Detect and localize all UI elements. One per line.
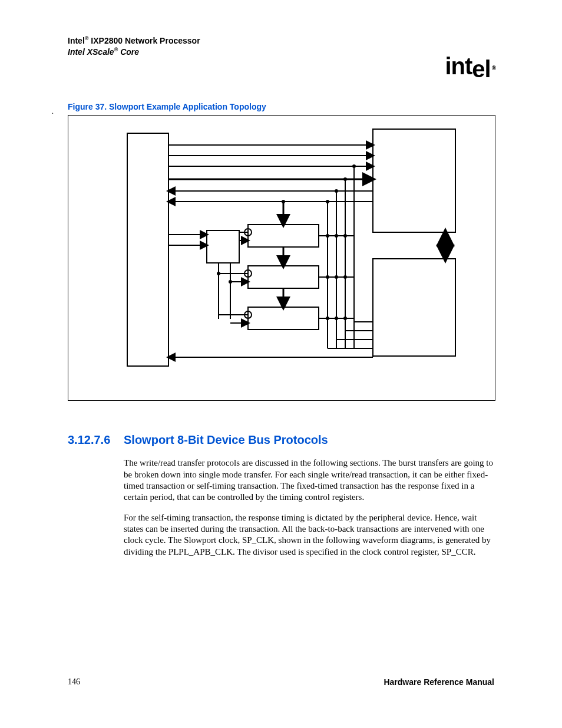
figure-frame xyxy=(68,115,495,401)
logo-part2: el xyxy=(472,56,490,82)
svg-point-47 xyxy=(326,317,329,320)
section-number: 3.12.7.6 xyxy=(68,433,124,447)
svg-rect-1 xyxy=(127,133,168,366)
paragraph-1: The write/read transfer protocols are di… xyxy=(124,457,494,503)
page-footer: 146 Hardware Reference Manual xyxy=(68,677,494,687)
svg-point-48 xyxy=(335,317,338,320)
svg-point-34 xyxy=(326,200,329,203)
intel-logo: intel® xyxy=(445,53,494,80)
logo-part1: int xyxy=(445,53,472,79)
section-heading: 3.12.7.6 Slowport 8-Bit Device Bus Proto… xyxy=(68,433,494,447)
svg-point-46 xyxy=(343,275,347,279)
page-number: 146 xyxy=(68,677,80,687)
paragraph-2: For the self-timing transaction, the res… xyxy=(124,512,494,558)
footer-title: Hardware Reference Manual xyxy=(384,677,494,687)
svg-point-45 xyxy=(335,275,338,279)
header-subtitle: Intel XScale® Core xyxy=(68,47,494,57)
svg-point-49 xyxy=(343,317,347,320)
header-sub-prefix: Intel XScale xyxy=(68,47,114,56)
figure-caption: Figure 37. Slowport Example Application … xyxy=(68,102,494,111)
svg-point-36 xyxy=(343,177,347,181)
svg-rect-5 xyxy=(248,225,319,247)
header-sub-suffix: Core xyxy=(118,47,139,56)
topology-diagram xyxy=(68,116,495,400)
svg-point-37 xyxy=(352,164,356,168)
svg-rect-6 xyxy=(248,266,319,288)
section-title: Slowport 8-Bit Device Bus Protocols xyxy=(124,433,328,447)
header-brand: Intel xyxy=(68,36,85,45)
header-product-name: IXP2800 Network Processor xyxy=(88,36,200,45)
svg-point-44 xyxy=(326,275,329,279)
svg-rect-2 xyxy=(373,129,455,232)
svg-point-42 xyxy=(335,234,338,238)
svg-point-41 xyxy=(326,234,329,238)
svg-rect-3 xyxy=(373,259,455,356)
list-dot: . xyxy=(52,107,54,116)
logo-reg: ® xyxy=(492,65,495,71)
svg-rect-7 xyxy=(248,307,319,330)
header-product: Intel® IXP2800 Network Processor xyxy=(68,35,494,45)
svg-point-43 xyxy=(343,234,347,238)
document-page: Intel® IXP2800 Network Processor Intel X… xyxy=(0,0,562,728)
svg-rect-4 xyxy=(207,230,239,263)
svg-point-35 xyxy=(335,189,338,193)
